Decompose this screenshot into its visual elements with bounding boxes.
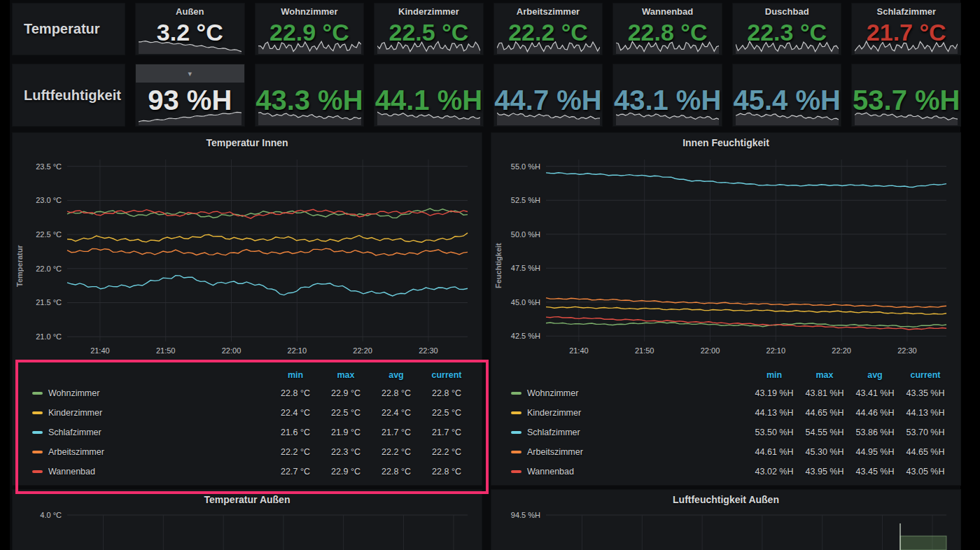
- stat-panel-hum-arbeitszimmer[interactable]: 44.7 %H: [494, 64, 603, 126]
- svg-text:22:10: 22:10: [766, 346, 786, 355]
- legend-stat-value: 53.50 %H: [749, 428, 799, 437]
- stat-panel-hum-schlafzimmer[interactable]: 53.7 %H: [852, 64, 960, 126]
- stat-panel-hum-aussen[interactable]: ▾ 93 %H: [136, 64, 244, 126]
- svg-text:21:40: 21:40: [569, 346, 589, 355]
- panel-title[interactable]: Arbeitszimmer: [494, 6, 603, 17]
- chart-title[interactable]: Temperatur Innen: [13, 137, 482, 148]
- stat-panel-temp-arbeitszimmer[interactable]: Arbeitszimmer 22.2 °C: [494, 3, 603, 55]
- svg-text:55.0 %H: 55.0 %H: [511, 162, 540, 171]
- legend-series-toggle[interactable]: Schlafzimmer: [511, 428, 749, 437]
- svg-text:22:30: 22:30: [419, 346, 438, 355]
- legend-swatch-icon: [511, 470, 522, 473]
- svg-text:21:50: 21:50: [635, 346, 654, 355]
- row-label-temperature[interactable]: Temperatur: [13, 3, 125, 55]
- legend-column-header[interactable]: avg: [850, 370, 900, 380]
- stat-panel-hum-kinderzimmer[interactable]: 44.1 %H: [374, 64, 483, 126]
- chart-canvas[interactable]: 4.0 °C: [18, 507, 476, 550]
- legend-stat-value: 44.46 %H: [850, 408, 900, 418]
- legend-stat-value: 43.95 %H: [799, 467, 850, 477]
- panel-title[interactable]: Außen: [136, 6, 244, 17]
- legend-series-toggle[interactable]: Schlafzimmer: [32, 428, 270, 437]
- chart-canvas[interactable]: 21:4021:5022:0022:1022:2022:3023.5 °C23.…: [18, 151, 476, 361]
- legend-column-header[interactable]: current: [900, 370, 951, 380]
- legend-column-header[interactable]: min: [270, 370, 321, 380]
- svg-text:50.0 %H: 50.0 %H: [511, 230, 540, 239]
- legend-series-toggle[interactable]: Kinderzimmer: [32, 408, 270, 418]
- graph-panel-temperatur-innen[interactable]: Temperatur Innen Temperatur 21:4021:5022…: [13, 133, 482, 485]
- legend-header: minmaxavgcurrent: [511, 367, 951, 383]
- panel-title[interactable]: Duschbad: [733, 6, 841, 17]
- legend-stat-value: 43.19 %H: [749, 388, 799, 398]
- legend-series-toggle[interactable]: Arbeitszimmer: [32, 447, 270, 457]
- legend-row: Schlafzimmer53.50 %H54.55 %H53.86 %H53.7…: [511, 423, 951, 442]
- sparkline: [616, 39, 719, 54]
- chart-legend: minmaxavgcurrentWohnzimmer22.8 °C22.9 °C…: [32, 367, 472, 481]
- grafana-dashboard: Temperatur Außen 3.2 °C Wohnzimmer 22.9 …: [10, 0, 960, 550]
- svg-text:23.0 °C: 23.0 °C: [36, 196, 62, 204]
- legend-column-header[interactable]: max: [321, 370, 371, 380]
- legend-series-toggle[interactable]: Wannenbad: [511, 467, 749, 477]
- legend-series-toggle[interactable]: Arbeitszimmer: [511, 447, 749, 457]
- legend-swatch-icon: [511, 392, 522, 395]
- legend-series-toggle[interactable]: Wannenbad: [32, 467, 270, 477]
- svg-text:21.0 °C: 21.0 °C: [36, 332, 62, 341]
- panel-title[interactable]: Schlafzimmer: [852, 6, 960, 17]
- legend-row: Wohnzimmer43.19 %H43.81 %H43.41 %H43.35 …: [511, 383, 951, 403]
- legend-swatch-icon: [511, 431, 522, 434]
- legend-stat-value: 43.05 %H: [900, 467, 951, 477]
- stat-panel-temp-aussen[interactable]: Außen 3.2 °C: [136, 3, 244, 55]
- sparkline: [616, 108, 719, 125]
- chart-canvas[interactable]: 94.5 %H: [497, 507, 955, 550]
- chart-title[interactable]: Temperatur Außen: [13, 494, 482, 505]
- legend-column-header[interactable]: avg: [371, 370, 421, 380]
- legend-series-toggle[interactable]: Kinderzimmer: [511, 408, 749, 418]
- svg-text:22:30: 22:30: [897, 346, 917, 355]
- chart-canvas[interactable]: 21:4021:5022:0022:1022:2022:3055.0 %H52.…: [497, 151, 955, 361]
- stat-panel-temp-wohnzimmer[interactable]: Wohnzimmer 22.9 °C: [255, 3, 364, 55]
- legend-stat-value: 22.8 °C: [371, 467, 421, 477]
- graph-panel-temperatur-aussen[interactable]: Temperatur Außen 4.0 °C: [13, 490, 482, 550]
- chart-legend: minmaxavgcurrentWohnzimmer43.19 %H43.81 …: [511, 367, 951, 481]
- legend-column-header[interactable]: min: [749, 370, 799, 380]
- legend-column-header[interactable]: max: [799, 370, 850, 380]
- sparkline: [497, 39, 600, 54]
- sparkline: [377, 39, 480, 54]
- panel-hover-menu[interactable]: ▾: [136, 64, 244, 83]
- row-label-text: Temperatur: [24, 21, 100, 37]
- chevron-down-icon[interactable]: ▾: [188, 70, 192, 78]
- graph-panel-luftfeuchtigkeit-aussen[interactable]: Luftfeuchtigkeit Außen 94.5 %H: [491, 490, 960, 550]
- legend-stat-value: 44.95 %H: [850, 447, 900, 457]
- chart-title[interactable]: Luftfeuchtigkeit Außen: [491, 494, 960, 505]
- legend-series-toggle[interactable]: Wohnzimmer: [32, 388, 270, 398]
- panel-title[interactable]: Wohnzimmer: [255, 6, 364, 17]
- legend-stat-value: 22.2 °C: [270, 447, 321, 457]
- legend-series-toggle[interactable]: Wohnzimmer: [511, 388, 749, 398]
- sparkline: [139, 39, 241, 54]
- legend-stat-value: 22.9 °C: [321, 467, 371, 477]
- chart-title[interactable]: Innen Feuchtigkeit: [491, 137, 960, 148]
- stat-panel-temp-duschbad[interactable]: Duschbad 22.3 °C: [733, 3, 841, 55]
- stat-panel-hum-wohnzimmer[interactable]: 43.3 %H: [255, 64, 364, 126]
- svg-text:21:40: 21:40: [90, 346, 110, 355]
- stat-panel-temp-wannenbad[interactable]: Wannenbad 22.8 °C: [613, 3, 722, 55]
- legend-swatch-icon: [32, 451, 43, 453]
- stat-panel-hum-duschbad[interactable]: 45.4 %H: [733, 64, 841, 126]
- legend-stat-value: 53.86 %H: [850, 428, 900, 437]
- stat-panel-hum-wannenbad[interactable]: 43.1 %H: [613, 64, 722, 126]
- svg-text:22:20: 22:20: [353, 346, 372, 355]
- svg-text:47.5 %H: 47.5 %H: [511, 264, 540, 272]
- panel-title[interactable]: Kinderzimmer: [374, 6, 483, 17]
- stat-panel-temp-kinderzimmer[interactable]: Kinderzimmer 22.5 °C: [374, 3, 483, 55]
- panel-title[interactable]: Wannenbad: [613, 6, 722, 17]
- legend-stat-value: 22.3 °C: [321, 447, 371, 457]
- legend-row: Wannenbad22.7 °C22.9 °C22.8 °C22.8 °C: [32, 462, 472, 481]
- legend-column-header[interactable]: current: [421, 370, 472, 380]
- graph-panel-innen-feuchtigkeit[interactable]: Innen Feuchtigkeit Feuchtigkeit 21:4021:…: [491, 133, 960, 485]
- legend-stat-value: 22.5 °C: [321, 408, 371, 418]
- legend-stat-value: 22.7 °C: [270, 467, 321, 477]
- legend-stat-value: 44.61 %H: [749, 447, 799, 457]
- legend-stat-value: 22.4 °C: [270, 408, 321, 418]
- legend-stat-value: 22.2 °C: [371, 447, 421, 457]
- row-label-humidity[interactable]: Luftfeuhtigkeit: [13, 64, 125, 126]
- stat-panel-temp-schlafzimmer[interactable]: Schlafzimmer 21.7 °C: [852, 3, 960, 55]
